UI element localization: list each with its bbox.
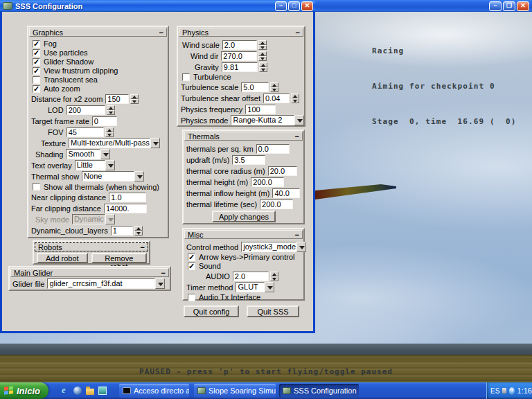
messenger-icon[interactable] [73,387,82,395]
timer-method-select[interactable]: GLUT [236,282,274,292]
gravity-spinner[interactable] [259,62,267,72]
turbulence-checkbox[interactable] [182,73,190,81]
lod-spinner[interactable] [107,105,115,115]
remove-robot-button[interactable]: Remove robot [91,253,147,263]
spinner-down-icon [130,99,139,104]
folder-icon[interactable] [86,389,94,395]
auto-zoom-checkbox[interactable] [33,85,40,93]
audio-tx-checkbox[interactable] [188,294,195,301]
audio-input[interactable]: 2.0 [233,272,269,281]
view-frustrum-checkbox[interactable] [33,67,40,75]
spinner-down-icon [107,110,115,115]
thermal-show-select[interactable]: None [82,171,144,181]
spinner-up-icon [259,62,267,67]
collapse-icon[interactable]: − [295,231,299,238]
sim-minimize-button[interactable]: − [489,1,502,11]
clock[interactable]: 1:16 [517,387,532,395]
near-clipping-input[interactable]: 1.0 [109,193,146,202]
text-overlay-select[interactable]: Little [75,160,115,170]
spinner-down-icon [258,56,267,61]
updraft-input[interactable]: 3.5 [232,155,265,165]
apply-changes-button[interactable]: Apply changes [212,211,276,222]
sound-checkbox[interactable] [188,263,195,270]
taskbar-button-simulator[interactable]: Slope Soaring Simulat... [194,384,276,398]
collapse-icon[interactable]: − [141,244,145,251]
turbulence-scale-spinner[interactable] [270,82,278,92]
sim-restore-button[interactable]: ❐ [503,1,515,11]
fog-checkbox[interactable] [33,40,40,48]
cloud-layers-input[interactable]: 1 [111,226,133,236]
media-player-icon[interactable] [98,387,107,395]
turbulence-shear-spinner[interactable] [291,94,299,103]
wind-scale-input[interactable]: 2.0 [222,40,257,50]
spinner-up-icon [107,105,115,110]
physics-mode-select[interactable]: Range-Kutta 2 [231,115,304,125]
maximize-button[interactable]: □ [288,1,300,11]
shading-select[interactable]: Smooth [66,149,110,159]
start-button[interactable]: Inicio [0,382,48,399]
collapse-icon[interactable]: − [159,29,163,36]
audio-spinner[interactable] [270,272,278,281]
thermals-group: Thermals − thermals per sq. km0.0 updraf… [182,130,305,224]
distance-x2-zoom-input[interactable]: 150 [105,94,129,104]
arrow-keys-checkbox[interactable] [188,254,195,261]
thermal-inflow-height-input[interactable]: 40.0 [272,188,300,198]
language-indicator[interactable]: ES [490,387,499,395]
window-title: SSS Configuration [15,2,272,10]
wind-dir-spinner[interactable] [258,51,267,61]
thermal-lifetime-input[interactable]: 200.0 [260,200,293,209]
thermals-per-sqkm-input[interactable]: 0.0 [256,144,290,154]
hud-stage-time: Stage 0, time 16.69 ( 0) [372,116,517,127]
console-icon [123,387,131,394]
add-robot-button[interactable]: Add robot [37,253,88,263]
far-clipping-input[interactable]: 14000. [104,204,147,213]
paused-line-1: PAUSED - press 'p' to start flying/toggl… [0,366,532,378]
dropdown-arrow-icon [100,149,110,159]
spinner-up-icon [291,94,299,98]
quit-config-button[interactable]: Quit config [184,305,239,317]
thermal-core-radius-input[interactable]: 20.0 [268,166,297,176]
close-button[interactable]: ✕ [301,1,313,11]
taskbar-button-console[interactable]: Acceso directo a sss.... [119,384,189,398]
tray-round-icon[interactable] [509,387,514,395]
wind-scale-spinner[interactable] [258,40,267,50]
translucent-sea-checkbox[interactable] [33,76,40,84]
glider-wing [315,183,398,204]
collapse-icon[interactable]: − [161,269,166,276]
control-method-select[interactable]: joystick3_mode2 [241,242,306,252]
minimize-button[interactable]: − [275,1,287,11]
turbulence-scale-input[interactable]: 5.0 [241,82,269,92]
texture-select[interactable]: Multi-texture/Multi-pass [69,138,160,148]
glider-file-select[interactable]: glider_crrcsim_f3f.dat [47,278,165,289]
show-all-thermals-checkbox[interactable] [33,183,40,190]
graphics-group-title: Graphics [33,28,63,37]
wind-dir-input[interactable]: 270.0 [221,51,257,61]
distance-x2-zoom-spinner[interactable] [130,94,139,104]
spinner-down-icon [258,45,267,50]
simulator-icon [197,387,206,394]
physics-frequency-input[interactable]: 100 [245,105,276,114]
thermal-height-input[interactable]: 200.0 [251,177,284,187]
taskbar-button-config[interactable]: SSS Configuration [279,384,359,398]
use-particles-checkbox[interactable] [33,49,40,57]
sim-close-button[interactable]: ✕ [517,1,529,11]
fov-input[interactable]: 45 [66,127,104,137]
fov-spinner[interactable] [105,127,114,137]
cloud-layers-spinner[interactable] [134,226,143,236]
quit-sss-button[interactable]: Quit SSS [247,305,299,317]
dropdown-arrow-icon [155,278,165,289]
collapse-icon[interactable]: − [295,133,299,140]
tray-device-icon[interactable] [502,388,506,393]
collapse-icon[interactable]: − [296,29,300,36]
main-glider-group: Main Glider − Glider fileglider_crrcsim_… [8,266,171,291]
gravity-input[interactable]: 9.81 [222,62,258,72]
target-frame-rate-input[interactable]: 0 [92,116,117,126]
internet-explorer-icon[interactable] [61,387,69,395]
glider-shadow-checkbox[interactable] [33,58,40,66]
dropdown-arrow-icon [134,171,144,181]
lod-input[interactable]: 200 [66,105,105,115]
dropdown-arrow-icon [150,138,160,148]
spinner-up-icon [105,127,114,132]
turbulence-shear-input[interactable]: 0.04 [263,94,290,103]
config-window-titlebar[interactable]: SSS Configuration − □ ✕ [0,0,315,12]
